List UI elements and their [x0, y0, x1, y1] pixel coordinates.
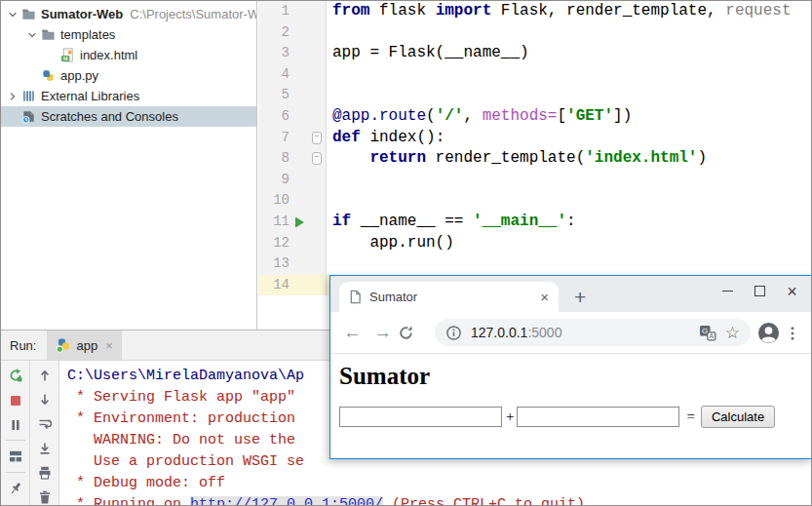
- menu-kebab-icon[interactable]: ⋮: [780, 324, 805, 342]
- code-line-text[interactable]: if __name__ == '__main__':: [327, 212, 576, 233]
- code-line-text[interactable]: [327, 85, 332, 106]
- down-button[interactable]: [35, 392, 55, 408]
- console-line: * Running on http://127.0.0.1:5000/ (Pre…: [67, 494, 811, 505]
- site-info-icon[interactable]: [445, 325, 462, 341]
- code-line: 6@app.route('/', methods=['GET']): [258, 106, 811, 128]
- console-text: * Serving Flask app "app": [67, 389, 295, 406]
- code-line-text[interactable]: @app.route('/', methods=['GET']): [327, 106, 632, 128]
- pause-button[interactable]: [6, 417, 25, 433]
- fold-marker-icon[interactable]: –: [309, 132, 325, 144]
- line-number: 5: [258, 85, 290, 106]
- run-panel-label: Run:: [1, 331, 47, 360]
- translate-icon[interactable]: GA: [699, 324, 716, 341]
- reload-button[interactable]: [398, 325, 428, 341]
- browser-window: Sumator × + × ← → 127.0.0.1:5000 GA ☆ ⋮: [329, 275, 812, 459]
- stop-button[interactable]: [6, 392, 25, 408]
- run-tab-app[interactable]: app ×: [47, 331, 121, 360]
- tree-item-label: Scratches and Consoles: [41, 109, 178, 124]
- close-window-button[interactable]: ×: [776, 279, 808, 303]
- editor-gutter-cell: 10: [258, 190, 327, 212]
- code-line: 2: [258, 22, 811, 44]
- url-text: 127.0.0.1:5000: [471, 325, 690, 340]
- chevron-collapsed-icon[interactable]: [5, 91, 20, 102]
- tree-item-external-libraries[interactable]: External Libraries: [1, 86, 256, 106]
- run-toolbar-primary: [1, 361, 30, 505]
- code-line-text[interactable]: [327, 64, 332, 86]
- minimize-button[interactable]: [712, 279, 744, 303]
- console-text: (Press CTRL+C to quit): [383, 496, 585, 505]
- tree-item-label: templates: [60, 27, 115, 42]
- line-number: 8: [258, 148, 290, 170]
- code-line-text[interactable]: app.run(): [327, 233, 454, 254]
- chevron-expanded-icon[interactable]: [24, 29, 40, 41]
- editor-gutter-cell: 6: [258, 106, 327, 128]
- addend2-input[interactable]: [517, 407, 679, 427]
- html-file-icon: H: [59, 48, 76, 62]
- printer-button[interactable]: [35, 465, 55, 481]
- toolbar-separator: [6, 472, 25, 473]
- layout-button[interactable]: [6, 448, 25, 464]
- console-line: * Debug mode: off: [67, 473, 811, 494]
- code-line-text[interactable]: def index():: [327, 128, 445, 149]
- console-server-link[interactable]: http://127.0.0.1:5000/: [190, 496, 383, 505]
- addend1-input[interactable]: [339, 407, 502, 427]
- chevron-expanded-icon[interactable]: [5, 9, 20, 20]
- address-bar[interactable]: 127.0.0.1:5000 GA ☆: [435, 319, 751, 346]
- tree-item-templates[interactable]: templates: [1, 24, 256, 45]
- run-tab-close-icon[interactable]: ×: [105, 338, 113, 353]
- tree-item-app-py[interactable]: app.py: [1, 65, 256, 86]
- back-button[interactable]: ←: [337, 322, 367, 343]
- python-running-icon: [56, 337, 71, 353]
- code-line-text[interactable]: return render_template('index.html'): [327, 148, 707, 170]
- code-line-text[interactable]: app = Flask(__name__): [327, 43, 529, 64]
- trash-button[interactable]: [35, 489, 55, 505]
- code-line: 8– return render_template('index.html'): [258, 148, 811, 170]
- tree-item-sumator-web[interactable]: Sumator-WebC:\Projects\Sumator-Web: [1, 4, 256, 24]
- editor-gutter-cell: 9: [258, 170, 327, 191]
- code-line-text[interactable]: [327, 253, 332, 275]
- editor-gutter-cell: 1: [258, 1, 327, 22]
- tree-item-index-html[interactable]: Hindex.html: [1, 45, 256, 65]
- code-line: 13: [258, 253, 811, 275]
- code-line-text[interactable]: [327, 22, 332, 44]
- page-favicon-icon: [349, 290, 362, 304]
- softwrap-button[interactable]: [35, 416, 55, 432]
- svg-text:H: H: [63, 55, 67, 61]
- code-line: 5: [258, 85, 811, 106]
- browser-tab-sumator[interactable]: Sumator ×: [339, 282, 559, 312]
- tree-item-label: Sumator-Web: [41, 7, 123, 21]
- line-number: 11: [258, 212, 290, 233]
- run-gutter-icon[interactable]: [290, 216, 309, 228]
- tree-item-label: External Libraries: [41, 89, 139, 103]
- pycharm-window: Sumator-WebC:\Projects\Sumator-Webtempla…: [0, 0, 812, 506]
- scrollend-button[interactable]: [35, 441, 55, 456]
- code-line-text[interactable]: from flask import Flask, render_template…: [327, 1, 792, 22]
- tree-item-scratches-and-consoles[interactable]: Scratches and Consoles: [1, 106, 256, 127]
- tree-item-label: index.html: [80, 48, 137, 62]
- rerun-button[interactable]: [6, 368, 25, 383]
- editor-gutter-cell: 14: [258, 275, 327, 296]
- fold-marker-icon[interactable]: –: [309, 152, 325, 165]
- calculate-button[interactable]: Calculate: [701, 406, 775, 428]
- code-line: 10: [258, 190, 811, 212]
- forward-button[interactable]: →: [367, 322, 398, 343]
- bookmark-star-icon[interactable]: ☆: [725, 323, 740, 343]
- line-number: 7: [258, 128, 290, 149]
- tab-close-icon[interactable]: ×: [540, 290, 549, 304]
- up-button[interactable]: [35, 368, 55, 383]
- minimize-icon: [722, 291, 733, 292]
- code-line: 3app = Flask(__name__): [258, 43, 811, 64]
- code-line: 7–def index():: [258, 128, 811, 149]
- maximize-button[interactable]: [744, 279, 776, 303]
- code-line-text[interactable]: [327, 170, 332, 191]
- browser-tab-title: Sumator: [369, 290, 532, 304]
- profile-avatar-icon[interactable]: [757, 322, 780, 344]
- editor-gutter-cell: 5: [258, 85, 327, 106]
- code-line-text[interactable]: [327, 190, 332, 212]
- run-tab-label: app: [76, 338, 97, 353]
- folder-icon: [20, 7, 37, 21]
- new-tab-button[interactable]: +: [574, 287, 586, 307]
- maximize-icon: [754, 286, 765, 296]
- page-heading: Sumator: [339, 363, 804, 390]
- pin-button[interactable]: [6, 481, 25, 496]
